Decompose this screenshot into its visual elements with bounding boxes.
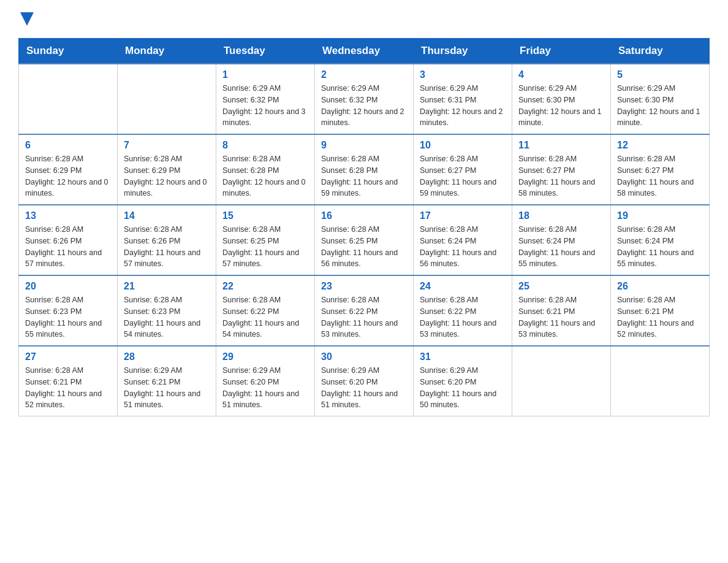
header-monday: Monday [118,39,216,64]
day-number: 16 [321,210,407,221]
day-number: 27 [25,351,111,362]
day-number: 4 [518,69,604,80]
calendar-cell: 31Sunrise: 6:29 AMSunset: 6:20 PMDayligh… [414,346,512,416]
calendar-cell: 13Sunrise: 6:28 AMSunset: 6:26 PMDayligh… [19,205,118,275]
week-row-4: 20Sunrise: 6:28 AMSunset: 6:23 PMDayligh… [19,275,710,346]
calendar-cell [118,64,216,134]
day-info: Sunrise: 6:28 AMSunset: 6:21 PMDaylight:… [617,294,703,340]
calendar-cell: 19Sunrise: 6:28 AMSunset: 6:24 PMDayligh… [611,205,710,275]
day-info: Sunrise: 6:28 AMSunset: 6:22 PMDaylight:… [222,294,308,340]
header-wednesday: Wednesday [315,39,414,64]
day-number: 13 [25,210,111,221]
day-number: 17 [420,210,506,221]
page-header [18,12,710,26]
day-info: Sunrise: 6:28 AMSunset: 6:22 PMDaylight:… [321,294,407,340]
calendar-cell: 18Sunrise: 6:28 AMSunset: 6:24 PMDayligh… [512,205,611,275]
calendar-table: SundayMondayTuesdayWednesdayThursdayFrid… [18,38,710,416]
day-number: 5 [617,69,703,80]
calendar-cell: 7Sunrise: 6:28 AMSunset: 6:29 PMDaylight… [118,134,216,205]
calendar-cell: 17Sunrise: 6:28 AMSunset: 6:24 PMDayligh… [414,205,512,275]
day-info: Sunrise: 6:28 AMSunset: 6:24 PMDaylight:… [518,224,604,270]
header-row: SundayMondayTuesdayWednesdayThursdayFrid… [19,39,710,64]
calendar-cell: 16Sunrise: 6:28 AMSunset: 6:25 PMDayligh… [315,205,414,275]
day-info: Sunrise: 6:28 AMSunset: 6:27 PMDaylight:… [518,153,604,199]
calendar-cell: 15Sunrise: 6:28 AMSunset: 6:25 PMDayligh… [216,205,315,275]
day-number: 3 [420,69,506,80]
day-number: 1 [222,69,308,80]
day-info: Sunrise: 6:28 AMSunset: 6:27 PMDaylight:… [420,153,506,199]
logo-triangle-icon [20,12,34,26]
day-info: Sunrise: 6:28 AMSunset: 6:29 PMDaylight:… [124,153,210,199]
day-info: Sunrise: 6:28 AMSunset: 6:28 PMDaylight:… [222,153,308,199]
day-number: 15 [222,210,308,221]
calendar-cell: 23Sunrise: 6:28 AMSunset: 6:22 PMDayligh… [315,275,414,346]
day-info: Sunrise: 6:28 AMSunset: 6:26 PMDaylight:… [25,224,111,270]
day-number: 12 [617,140,703,151]
day-info: Sunrise: 6:28 AMSunset: 6:23 PMDaylight:… [25,294,111,340]
day-number: 2 [321,69,407,80]
day-info: Sunrise: 6:29 AMSunset: 6:30 PMDaylight:… [518,83,604,129]
calendar-cell: 22Sunrise: 6:28 AMSunset: 6:22 PMDayligh… [216,275,315,346]
day-number: 31 [420,351,506,362]
day-number: 8 [222,140,308,151]
day-number: 18 [518,210,604,221]
day-info: Sunrise: 6:28 AMSunset: 6:29 PMDaylight:… [25,153,111,199]
calendar-cell: 24Sunrise: 6:28 AMSunset: 6:22 PMDayligh… [414,275,512,346]
day-number: 14 [124,210,210,221]
day-info: Sunrise: 6:29 AMSunset: 6:32 PMDaylight:… [321,83,407,129]
calendar-cell: 5Sunrise: 6:29 AMSunset: 6:30 PMDaylight… [611,64,710,134]
day-number: 11 [518,140,604,151]
day-number: 26 [617,281,703,292]
day-number: 29 [222,351,308,362]
calendar-cell [512,346,611,416]
day-info: Sunrise: 6:29 AMSunset: 6:20 PMDaylight:… [420,365,506,411]
day-info: Sunrise: 6:29 AMSunset: 6:20 PMDaylight:… [222,365,308,411]
day-info: Sunrise: 6:28 AMSunset: 6:24 PMDaylight:… [617,224,703,270]
calendar-cell: 20Sunrise: 6:28 AMSunset: 6:23 PMDayligh… [19,275,118,346]
day-number: 22 [222,281,308,292]
calendar-cell: 28Sunrise: 6:29 AMSunset: 6:21 PMDayligh… [118,346,216,416]
calendar-cell: 2Sunrise: 6:29 AMSunset: 6:32 PMDaylight… [315,64,414,134]
calendar-cell [19,64,118,134]
calendar-cell: 27Sunrise: 6:28 AMSunset: 6:21 PMDayligh… [19,346,118,416]
day-number: 10 [420,140,506,151]
day-info: Sunrise: 6:29 AMSunset: 6:21 PMDaylight:… [124,365,210,411]
day-info: Sunrise: 6:29 AMSunset: 6:30 PMDaylight:… [617,83,703,129]
day-info: Sunrise: 6:29 AMSunset: 6:32 PMDaylight:… [222,83,308,129]
calendar-cell: 9Sunrise: 6:28 AMSunset: 6:28 PMDaylight… [315,134,414,205]
header-sunday: Sunday [19,39,118,64]
calendar-cell: 26Sunrise: 6:28 AMSunset: 6:21 PMDayligh… [611,275,710,346]
day-number: 25 [518,281,604,292]
header-friday: Friday [512,39,611,64]
day-number: 23 [321,281,407,292]
day-info: Sunrise: 6:28 AMSunset: 6:23 PMDaylight:… [124,294,210,340]
calendar-cell: 29Sunrise: 6:29 AMSunset: 6:20 PMDayligh… [216,346,315,416]
day-number: 28 [124,351,210,362]
day-number: 6 [25,140,111,151]
header-thursday: Thursday [414,39,512,64]
day-info: Sunrise: 6:28 AMSunset: 6:21 PMDaylight:… [25,365,111,411]
day-number: 24 [420,281,506,292]
calendar-cell: 30Sunrise: 6:29 AMSunset: 6:20 PMDayligh… [315,346,414,416]
day-number: 7 [124,140,210,151]
calendar-cell: 10Sunrise: 6:28 AMSunset: 6:27 PMDayligh… [414,134,512,205]
header-tuesday: Tuesday [216,39,315,64]
week-row-1: 1Sunrise: 6:29 AMSunset: 6:32 PMDaylight… [19,64,710,134]
day-info: Sunrise: 6:28 AMSunset: 6:24 PMDaylight:… [420,224,506,270]
calendar-cell: 3Sunrise: 6:29 AMSunset: 6:31 PMDaylight… [414,64,512,134]
day-info: Sunrise: 6:29 AMSunset: 6:20 PMDaylight:… [321,365,407,411]
logo [18,12,34,26]
day-number: 9 [321,140,407,151]
week-row-2: 6Sunrise: 6:28 AMSunset: 6:29 PMDaylight… [19,134,710,205]
calendar-cell: 8Sunrise: 6:28 AMSunset: 6:28 PMDaylight… [216,134,315,205]
calendar-cell: 1Sunrise: 6:29 AMSunset: 6:32 PMDaylight… [216,64,315,134]
day-info: Sunrise: 6:28 AMSunset: 6:27 PMDaylight:… [617,153,703,199]
day-info: Sunrise: 6:28 AMSunset: 6:25 PMDaylight:… [321,224,407,270]
day-number: 20 [25,281,111,292]
calendar-cell: 11Sunrise: 6:28 AMSunset: 6:27 PMDayligh… [512,134,611,205]
calendar-cell [611,346,710,416]
day-info: Sunrise: 6:28 AMSunset: 6:25 PMDaylight:… [222,224,308,270]
calendar-cell: 12Sunrise: 6:28 AMSunset: 6:27 PMDayligh… [611,134,710,205]
week-row-5: 27Sunrise: 6:28 AMSunset: 6:21 PMDayligh… [19,346,710,416]
calendar-cell: 21Sunrise: 6:28 AMSunset: 6:23 PMDayligh… [118,275,216,346]
